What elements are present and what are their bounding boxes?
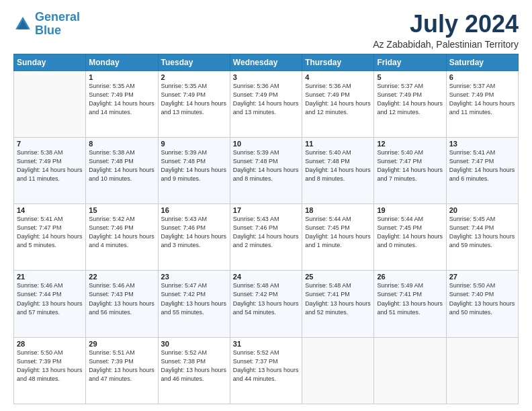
day-number: 20	[449, 206, 515, 214]
location-title: Az Zababidah, Palestinian Territory	[373, 39, 519, 50]
table-row: 6 Sunrise: 5:37 AM Sunset: 7:49 PM Dayli…	[446, 71, 518, 137]
day-info: Sunrise: 5:38 AM Sunset: 7:48 PM Dayligh…	[89, 148, 154, 183]
table-row: 16 Sunrise: 5:43 AM Sunset: 7:46 PM Dayl…	[158, 204, 230, 271]
table-row: 19 Sunrise: 5:44 AM Sunset: 7:45 PM Dayl…	[374, 204, 446, 271]
table-row: 25 Sunrise: 5:48 AM Sunset: 7:41 PM Dayl…	[302, 271, 374, 337]
day-number: 29	[89, 340, 154, 348]
day-number: 21	[17, 273, 83, 281]
table-row	[374, 337, 446, 404]
day-info: Sunrise: 5:39 AM Sunset: 7:48 PM Dayligh…	[233, 148, 299, 183]
day-number: 6	[449, 73, 515, 81]
day-info: Sunrise: 5:48 AM Sunset: 7:41 PM Dayligh…	[305, 281, 371, 316]
table-row: 30 Sunrise: 5:52 AM Sunset: 7:38 PM Dayl…	[158, 337, 230, 404]
table-row	[446, 337, 518, 404]
header-monday: Monday	[86, 54, 158, 71]
day-info: Sunrise: 5:48 AM Sunset: 7:42 PM Dayligh…	[233, 281, 299, 316]
header-sunday: Sunday	[14, 54, 86, 71]
day-info: Sunrise: 5:44 AM Sunset: 7:45 PM Dayligh…	[305, 215, 371, 250]
day-info: Sunrise: 5:44 AM Sunset: 7:45 PM Dayligh…	[377, 215, 443, 250]
table-row	[302, 337, 374, 404]
table-row: 21 Sunrise: 5:46 AM Sunset: 7:44 PM Dayl…	[14, 271, 86, 337]
day-number: 2	[161, 73, 227, 81]
day-info: Sunrise: 5:37 AM Sunset: 7:49 PM Dayligh…	[449, 82, 515, 117]
logo-blue: Blue	[35, 24, 61, 37]
table-row: 31 Sunrise: 5:52 AM Sunset: 7:37 PM Dayl…	[230, 337, 302, 404]
day-info: Sunrise: 5:38 AM Sunset: 7:49 PM Dayligh…	[17, 148, 83, 183]
header-wednesday: Wednesday	[230, 54, 302, 71]
table-row: 14 Sunrise: 5:41 AM Sunset: 7:47 PM Dayl…	[14, 204, 86, 271]
table-row: 4 Sunrise: 5:36 AM Sunset: 7:49 PM Dayli…	[302, 71, 374, 137]
day-number: 27	[449, 273, 515, 281]
day-number: 4	[305, 73, 371, 81]
day-number: 18	[305, 206, 371, 214]
calendar-row: 21 Sunrise: 5:46 AM Sunset: 7:44 PM Dayl…	[14, 271, 519, 337]
day-info: Sunrise: 5:39 AM Sunset: 7:48 PM Dayligh…	[161, 148, 227, 183]
table-row: 9 Sunrise: 5:39 AM Sunset: 7:48 PM Dayli…	[158, 137, 230, 203]
day-number: 11	[305, 140, 371, 148]
day-info: Sunrise: 5:36 AM Sunset: 7:49 PM Dayligh…	[305, 82, 371, 117]
day-number: 25	[305, 273, 371, 281]
day-number: 23	[161, 273, 227, 281]
table-row	[14, 71, 86, 137]
day-number: 3	[233, 73, 299, 81]
day-info: Sunrise: 5:40 AM Sunset: 7:48 PM Dayligh…	[305, 148, 371, 183]
header-saturday: Saturday	[446, 54, 518, 71]
day-info: Sunrise: 5:35 AM Sunset: 7:49 PM Dayligh…	[161, 82, 227, 117]
table-row: 7 Sunrise: 5:38 AM Sunset: 7:49 PM Dayli…	[14, 137, 86, 203]
day-info: Sunrise: 5:43 AM Sunset: 7:46 PM Dayligh…	[233, 215, 299, 250]
day-number: 1	[89, 73, 154, 81]
day-number: 8	[89, 140, 154, 148]
calendar: Sunday Monday Tuesday Wednesday Thursday…	[13, 54, 519, 404]
calendar-header-row: Sunday Monday Tuesday Wednesday Thursday…	[14, 54, 519, 71]
day-number: 22	[89, 273, 154, 281]
day-number: 12	[377, 140, 443, 148]
day-info: Sunrise: 5:42 AM Sunset: 7:46 PM Dayligh…	[89, 215, 154, 250]
day-info: Sunrise: 5:46 AM Sunset: 7:43 PM Dayligh…	[89, 281, 154, 316]
table-row: 20 Sunrise: 5:45 AM Sunset: 7:44 PM Dayl…	[446, 204, 518, 271]
day-number: 15	[89, 206, 154, 214]
day-number: 26	[377, 273, 443, 281]
logo-text: General Blue	[35, 11, 80, 38]
day-info: Sunrise: 5:50 AM Sunset: 7:40 PM Dayligh…	[449, 281, 515, 316]
header-thursday: Thursday	[302, 54, 374, 71]
day-info: Sunrise: 5:35 AM Sunset: 7:49 PM Dayligh…	[89, 82, 154, 117]
table-row: 11 Sunrise: 5:40 AM Sunset: 7:48 PM Dayl…	[302, 137, 374, 203]
day-number: 5	[377, 73, 443, 81]
page: General Blue July 2024 Az Zababidah, Pal…	[0, 0, 532, 411]
month-title: July 2024	[373, 11, 519, 38]
table-row: 28 Sunrise: 5:50 AM Sunset: 7:39 PM Dayl…	[14, 337, 86, 404]
header: General Blue July 2024 Az Zababidah, Pal…	[13, 11, 519, 50]
day-number: 28	[17, 340, 83, 348]
day-number: 17	[233, 206, 299, 214]
day-info: Sunrise: 5:37 AM Sunset: 7:49 PM Dayligh…	[377, 82, 443, 117]
day-info: Sunrise: 5:36 AM Sunset: 7:49 PM Dayligh…	[233, 82, 299, 117]
table-row: 27 Sunrise: 5:50 AM Sunset: 7:40 PM Dayl…	[446, 271, 518, 337]
table-row: 29 Sunrise: 5:51 AM Sunset: 7:39 PM Dayl…	[86, 337, 158, 404]
table-row: 18 Sunrise: 5:44 AM Sunset: 7:45 PM Dayl…	[302, 204, 374, 271]
day-info: Sunrise: 5:51 AM Sunset: 7:39 PM Dayligh…	[89, 349, 154, 383]
header-tuesday: Tuesday	[158, 54, 230, 71]
day-number: 13	[449, 140, 515, 148]
day-number: 10	[233, 140, 299, 148]
day-info: Sunrise: 5:49 AM Sunset: 7:41 PM Dayligh…	[377, 281, 443, 316]
header-friday: Friday	[374, 54, 446, 71]
day-info: Sunrise: 5:46 AM Sunset: 7:44 PM Dayligh…	[17, 281, 83, 316]
table-row: 3 Sunrise: 5:36 AM Sunset: 7:49 PM Dayli…	[230, 71, 302, 137]
table-row: 15 Sunrise: 5:42 AM Sunset: 7:46 PM Dayl…	[86, 204, 158, 271]
table-row: 26 Sunrise: 5:49 AM Sunset: 7:41 PM Dayl…	[374, 271, 446, 337]
table-row: 8 Sunrise: 5:38 AM Sunset: 7:48 PM Dayli…	[86, 137, 158, 203]
calendar-row: 28 Sunrise: 5:50 AM Sunset: 7:39 PM Dayl…	[14, 337, 519, 404]
day-info: Sunrise: 5:52 AM Sunset: 7:37 PM Dayligh…	[233, 349, 299, 383]
logo-general: General	[35, 10, 80, 24]
day-info: Sunrise: 5:41 AM Sunset: 7:47 PM Dayligh…	[449, 148, 515, 183]
table-row: 17 Sunrise: 5:43 AM Sunset: 7:46 PM Dayl…	[230, 204, 302, 271]
table-row: 22 Sunrise: 5:46 AM Sunset: 7:43 PM Dayl…	[86, 271, 158, 337]
table-row: 12 Sunrise: 5:40 AM Sunset: 7:47 PM Dayl…	[374, 137, 446, 203]
day-info: Sunrise: 5:43 AM Sunset: 7:46 PM Dayligh…	[161, 215, 227, 250]
day-info: Sunrise: 5:41 AM Sunset: 7:47 PM Dayligh…	[17, 215, 83, 250]
table-row: 5 Sunrise: 5:37 AM Sunset: 7:49 PM Dayli…	[374, 71, 446, 137]
day-number: 30	[161, 340, 227, 348]
day-info: Sunrise: 5:52 AM Sunset: 7:38 PM Dayligh…	[161, 349, 227, 383]
logo: General Blue	[13, 11, 80, 38]
table-row: 1 Sunrise: 5:35 AM Sunset: 7:49 PM Dayli…	[86, 71, 158, 137]
